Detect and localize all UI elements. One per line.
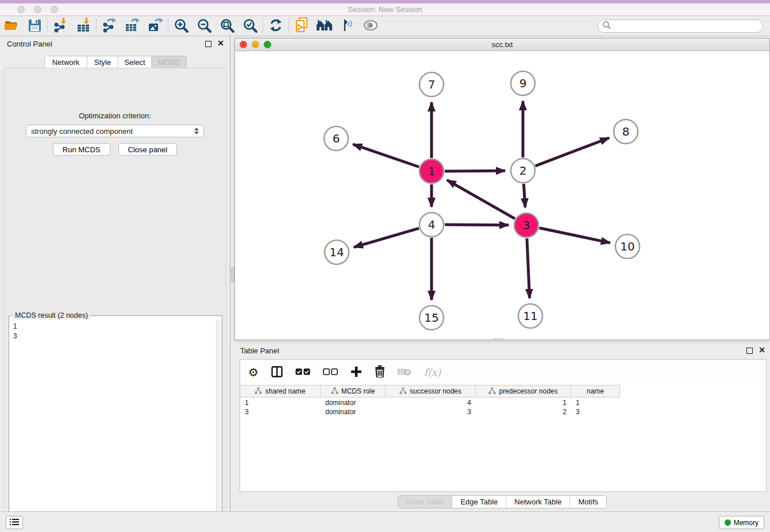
save-session-button[interactable] — [23, 18, 46, 35]
edge-4-3[interactable] — [445, 225, 509, 225]
svg-text:7: 7 — [428, 78, 436, 91]
search-input[interactable] — [611, 21, 763, 32]
open-session-button[interactable] — [0, 18, 23, 35]
task-history-button[interactable] — [6, 516, 23, 529]
table-cell[interactable]: dominator — [321, 399, 386, 407]
tab-select[interactable]: Select — [118, 56, 152, 68]
level-of-detail-button[interactable] — [336, 18, 359, 35]
show-hide-graphics-button[interactable] — [359, 18, 382, 35]
edge-3-1[interactable] — [447, 180, 515, 218]
close-panel-icon[interactable]: ✕ — [217, 38, 224, 48]
edge-4-14[interactable] — [354, 228, 419, 247]
graph-node-1[interactable]: 1 — [419, 159, 444, 183]
export-table-button[interactable] — [121, 18, 144, 35]
tab-network-table[interactable]: Network Table — [506, 496, 570, 508]
home-button[interactable] — [313, 18, 336, 35]
zoom-fit-button[interactable] — [215, 18, 238, 35]
column-header-successor-nodes[interactable]: successor nodes — [386, 385, 476, 397]
search-box[interactable] — [598, 20, 763, 33]
network-canvas[interactable]: 1234678910111415 — [235, 51, 769, 340]
panel-splitter[interactable] — [230, 36, 234, 511]
table-cell[interactable]: 1 — [240, 399, 321, 407]
graph-node-9[interactable]: 9 — [511, 71, 535, 95]
edge-2-8[interactable] — [536, 138, 610, 166]
export-image-button[interactable] — [144, 18, 167, 35]
table-cell[interactable]: 1 — [571, 399, 620, 407]
delete-table-button[interactable] — [398, 367, 411, 378]
table-row[interactable]: 3dominator323 — [240, 407, 766, 417]
graph-node-6[interactable]: 6 — [324, 126, 348, 151]
column-header-name[interactable]: name — [571, 385, 620, 397]
column-header-predecessor-nodes[interactable]: predecessor nodes — [476, 385, 571, 397]
toolbar-separator — [96, 19, 97, 34]
column-label: shared name — [265, 387, 305, 395]
graph-node-15[interactable]: 15 — [419, 306, 444, 330]
close-panel-button[interactable]: Close panel — [118, 143, 178, 156]
show-column-button[interactable] — [271, 366, 283, 379]
delete-column-button[interactable] — [375, 365, 385, 379]
edge-1-6[interactable] — [353, 144, 419, 167]
tab-node-table[interactable]: Node Table — [398, 496, 453, 508]
network-window-titlebar[interactable]: × − + scc.txt — [235, 38, 769, 51]
home-icon — [316, 19, 333, 33]
tab-mcds[interactable]: MCDS — [152, 56, 186, 68]
horizontal-splitter-grip[interactable] — [493, 338, 503, 341]
column-header-MCDS-role[interactable]: MCDS role — [321, 385, 386, 397]
float-panel-icon[interactable] — [205, 41, 211, 47]
plus-icon — [351, 366, 362, 379]
import-network-button[interactable] — [49, 18, 72, 35]
float-table-panel-icon[interactable] — [746, 348, 753, 354]
mcds-result-group: MCDS result (2 nodes) 13 — [9, 315, 222, 532]
memory-button[interactable]: Memory — [719, 516, 764, 529]
close-table-panel-icon[interactable]: ✕ — [759, 345, 765, 354]
window-titlebar: Session: New Session — [0, 0, 770, 16]
refresh-view-button[interactable] — [264, 18, 287, 35]
gear-icon: ⚙ — [248, 365, 259, 379]
zoom-in-button[interactable] — [170, 18, 192, 35]
unselect-all-columns-button[interactable] — [323, 368, 338, 377]
graph-node-4[interactable]: 4 — [419, 213, 444, 237]
edge-3-10[interactable] — [540, 228, 610, 243]
table-panel-header: Table Panel ✕ — [234, 345, 770, 357]
graph-node-14[interactable]: 14 — [325, 240, 349, 264]
tab-edge-table[interactable]: Edge Table — [452, 496, 506, 508]
table-settings-button[interactable]: ⚙ — [248, 365, 259, 379]
edge-3-11[interactable] — [527, 238, 530, 298]
edge-2-3[interactable] — [523, 184, 525, 207]
result-scrollbar[interactable] — [216, 320, 222, 532]
tab-style[interactable]: Style — [87, 56, 118, 68]
table-cell[interactable]: 4 — [386, 399, 476, 407]
column-header-shared-name[interactable]: shared name — [240, 385, 321, 397]
graph-node-10[interactable]: 10 — [615, 234, 640, 259]
select-all-columns-button[interactable] — [295, 368, 310, 377]
tab-network[interactable]: Network — [45, 56, 87, 68]
table-cell[interactable]: 1 — [476, 399, 571, 407]
graph-node-3[interactable]: 3 — [514, 213, 538, 237]
import-table-button[interactable] — [72, 18, 95, 35]
table-toolbar: ⚙ f(x) — [240, 360, 766, 385]
table-cell[interactable]: 2 — [476, 408, 571, 416]
zoom-out-button[interactable] — [192, 18, 215, 35]
table-row[interactable]: 1dominator411 — [240, 398, 766, 407]
function-builder-button[interactable]: f(x) — [424, 367, 441, 378]
svg-text:9: 9 — [519, 76, 527, 90]
table-cell[interactable]: 3 — [571, 408, 620, 416]
table-cell[interactable]: 3 — [386, 408, 476, 416]
table-cell[interactable]: dominator — [321, 408, 386, 416]
graph-node-2[interactable]: 2 — [511, 159, 535, 183]
create-column-button[interactable] — [351, 366, 362, 379]
zoom-selected-button[interactable] — [238, 18, 261, 35]
graph-node-7[interactable]: 7 — [419, 72, 444, 97]
result-line: 1 — [13, 322, 212, 331]
run-mcds-button[interactable]: Run MCDS — [53, 143, 110, 156]
tab-motifs[interactable]: Motifs — [570, 496, 606, 508]
export-network-button[interactable] — [98, 18, 121, 35]
optimization-criterion-select[interactable]: strongly connected component — [26, 125, 204, 137]
graph-node-11[interactable]: 11 — [518, 304, 542, 328]
graph-node-8[interactable]: 8 — [614, 119, 638, 144]
table-cell[interactable]: 3 — [240, 408, 321, 416]
clone-network-button[interactable] — [290, 18, 313, 35]
toolbar-separator — [288, 19, 289, 34]
mcds-result-list[interactable]: 13 — [10, 321, 215, 531]
edge-1-2[interactable] — [445, 171, 505, 171]
